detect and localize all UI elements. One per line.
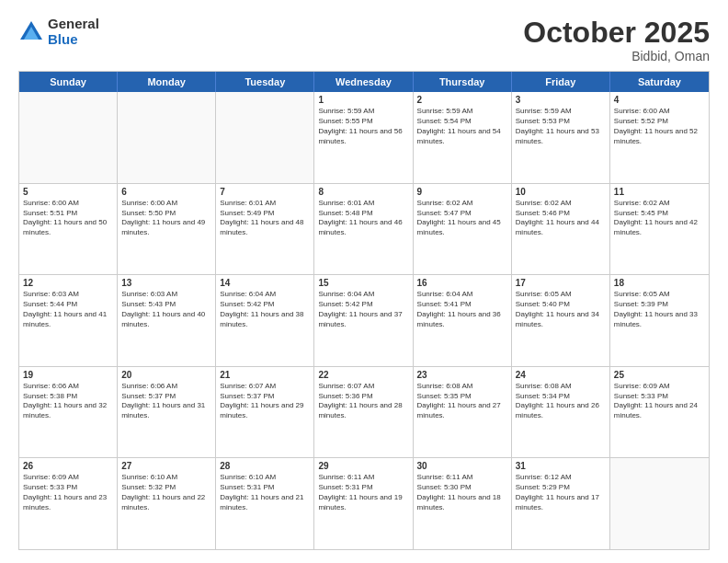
cell-info: Sunrise: 6:04 AM Sunset: 5:42 PM Dayligh… xyxy=(318,290,408,329)
calendar-header-row: SundayMondayTuesdayWednesdayThursdayFrid… xyxy=(19,72,709,92)
day-number: 29 xyxy=(318,461,408,471)
day-number: 16 xyxy=(417,278,507,288)
cell-info: Sunrise: 6:08 AM Sunset: 5:34 PM Dayligh… xyxy=(516,382,606,421)
calendar-week-5: 26Sunrise: 6:09 AM Sunset: 5:33 PM Dayli… xyxy=(19,458,709,549)
cell-info: Sunrise: 6:03 AM Sunset: 5:43 PM Dayligh… xyxy=(121,290,211,329)
day-number: 27 xyxy=(121,461,211,471)
cell-info: Sunrise: 6:02 AM Sunset: 5:47 PM Dayligh… xyxy=(417,199,507,238)
location-subtitle: Bidbid, Oman xyxy=(523,49,710,63)
day-header-tuesday: Tuesday xyxy=(216,72,314,92)
day-number: 9 xyxy=(417,187,507,197)
day-number: 13 xyxy=(121,278,211,288)
calendar-cell: 21Sunrise: 6:07 AM Sunset: 5:37 PM Dayli… xyxy=(216,367,314,458)
calendar-cell xyxy=(19,92,118,183)
header: General Blue October 2025 Bidbid, Oman xyxy=(18,17,710,63)
calendar-body: 1Sunrise: 5:59 AM Sunset: 5:55 PM Daylig… xyxy=(19,92,709,549)
calendar-cell: 15Sunrise: 6:04 AM Sunset: 5:42 PM Dayli… xyxy=(314,275,413,366)
calendar-cell: 14Sunrise: 6:04 AM Sunset: 5:42 PM Dayli… xyxy=(216,275,314,366)
cell-info: Sunrise: 6:03 AM Sunset: 5:44 PM Dayligh… xyxy=(23,290,113,329)
cell-info: Sunrise: 6:00 AM Sunset: 5:52 PM Dayligh… xyxy=(614,107,705,146)
cell-info: Sunrise: 6:10 AM Sunset: 5:31 PM Dayligh… xyxy=(220,473,310,512)
calendar-cell: 31Sunrise: 6:12 AM Sunset: 5:29 PM Dayli… xyxy=(512,458,610,549)
day-number: 14 xyxy=(220,278,310,288)
calendar-cell: 24Sunrise: 6:08 AM Sunset: 5:34 PM Dayli… xyxy=(512,367,610,458)
day-header-sunday: Sunday xyxy=(19,72,118,92)
cell-info: Sunrise: 6:07 AM Sunset: 5:36 PM Dayligh… xyxy=(318,382,408,421)
calendar-cell: 26Sunrise: 6:09 AM Sunset: 5:33 PM Dayli… xyxy=(19,458,118,549)
cell-info: Sunrise: 6:08 AM Sunset: 5:35 PM Dayligh… xyxy=(417,382,507,421)
day-header-wednesday: Wednesday xyxy=(314,72,413,92)
cell-info: Sunrise: 6:01 AM Sunset: 5:49 PM Dayligh… xyxy=(220,199,310,238)
cell-info: Sunrise: 6:01 AM Sunset: 5:48 PM Dayligh… xyxy=(318,199,408,238)
day-header-friday: Friday xyxy=(512,72,610,92)
day-number: 5 xyxy=(23,187,113,197)
calendar-cell: 30Sunrise: 6:11 AM Sunset: 5:30 PM Dayli… xyxy=(414,458,512,549)
cell-info: Sunrise: 6:09 AM Sunset: 5:33 PM Dayligh… xyxy=(614,382,705,421)
calendar-week-2: 5Sunrise: 6:00 AM Sunset: 5:51 PM Daylig… xyxy=(19,184,709,276)
calendar-cell xyxy=(610,458,709,549)
day-number: 11 xyxy=(614,187,705,197)
logo-general: General xyxy=(48,17,99,32)
calendar-cell: 19Sunrise: 6:06 AM Sunset: 5:38 PM Dayli… xyxy=(19,367,118,458)
cell-info: Sunrise: 6:11 AM Sunset: 5:31 PM Dayligh… xyxy=(318,473,408,512)
month-title: October 2025 xyxy=(523,17,710,49)
day-number: 30 xyxy=(417,461,507,471)
calendar-cell: 20Sunrise: 6:06 AM Sunset: 5:37 PM Dayli… xyxy=(118,367,216,458)
calendar-cell: 4Sunrise: 6:00 AM Sunset: 5:52 PM Daylig… xyxy=(610,92,709,183)
day-number: 22 xyxy=(318,370,408,380)
cell-info: Sunrise: 6:05 AM Sunset: 5:40 PM Dayligh… xyxy=(516,290,606,329)
calendar-cell: 16Sunrise: 6:04 AM Sunset: 5:41 PM Dayli… xyxy=(414,275,512,366)
day-header-saturday: Saturday xyxy=(610,72,709,92)
title-block: October 2025 Bidbid, Oman xyxy=(523,17,710,63)
logo-icon xyxy=(18,19,44,45)
day-number: 7 xyxy=(220,187,310,197)
cell-info: Sunrise: 6:12 AM Sunset: 5:29 PM Dayligh… xyxy=(516,473,606,512)
cell-info: Sunrise: 6:06 AM Sunset: 5:37 PM Dayligh… xyxy=(121,382,211,421)
calendar-cell: 3Sunrise: 5:59 AM Sunset: 5:53 PM Daylig… xyxy=(512,92,610,183)
cell-info: Sunrise: 6:05 AM Sunset: 5:39 PM Dayligh… xyxy=(614,290,705,329)
day-number: 18 xyxy=(614,278,705,288)
day-number: 6 xyxy=(121,187,211,197)
day-header-monday: Monday xyxy=(118,72,216,92)
cell-info: Sunrise: 6:09 AM Sunset: 5:33 PM Dayligh… xyxy=(23,473,113,512)
day-number: 26 xyxy=(23,461,113,471)
calendar-cell: 28Sunrise: 6:10 AM Sunset: 5:31 PM Dayli… xyxy=(216,458,314,549)
day-number: 10 xyxy=(516,187,606,197)
calendar-cell: 10Sunrise: 6:02 AM Sunset: 5:46 PM Dayli… xyxy=(512,184,610,275)
calendar-cell: 25Sunrise: 6:09 AM Sunset: 5:33 PM Dayli… xyxy=(610,367,709,458)
calendar-cell: 12Sunrise: 6:03 AM Sunset: 5:44 PM Dayli… xyxy=(19,275,118,366)
calendar-cell: 13Sunrise: 6:03 AM Sunset: 5:43 PM Dayli… xyxy=(118,275,216,366)
day-number: 24 xyxy=(516,370,606,380)
day-header-thursday: Thursday xyxy=(414,72,512,92)
cell-info: Sunrise: 6:04 AM Sunset: 5:42 PM Dayligh… xyxy=(220,290,310,329)
calendar-cell: 7Sunrise: 6:01 AM Sunset: 5:49 PM Daylig… xyxy=(216,184,314,275)
calendar-cell: 11Sunrise: 6:02 AM Sunset: 5:45 PM Dayli… xyxy=(610,184,709,275)
calendar-cell: 5Sunrise: 6:00 AM Sunset: 5:51 PM Daylig… xyxy=(19,184,118,275)
day-number: 31 xyxy=(516,461,606,471)
calendar-cell xyxy=(118,92,216,183)
cell-info: Sunrise: 5:59 AM Sunset: 5:54 PM Dayligh… xyxy=(417,107,507,146)
page: General Blue October 2025 Bidbid, Oman S… xyxy=(0,0,728,563)
calendar-week-4: 19Sunrise: 6:06 AM Sunset: 5:38 PM Dayli… xyxy=(19,367,709,459)
day-number: 3 xyxy=(516,95,606,105)
calendar-cell: 9Sunrise: 6:02 AM Sunset: 5:47 PM Daylig… xyxy=(414,184,512,275)
logo-blue: Blue xyxy=(48,32,99,48)
day-number: 20 xyxy=(121,370,211,380)
calendar: SundayMondayTuesdayWednesdayThursdayFrid… xyxy=(18,71,710,550)
calendar-cell xyxy=(216,92,314,183)
logo: General Blue xyxy=(18,17,99,47)
cell-info: Sunrise: 5:59 AM Sunset: 5:55 PM Dayligh… xyxy=(318,107,408,146)
calendar-cell: 18Sunrise: 6:05 AM Sunset: 5:39 PM Dayli… xyxy=(610,275,709,366)
calendar-cell: 6Sunrise: 6:00 AM Sunset: 5:50 PM Daylig… xyxy=(118,184,216,275)
calendar-week-1: 1Sunrise: 5:59 AM Sunset: 5:55 PM Daylig… xyxy=(19,92,709,184)
cell-info: Sunrise: 6:07 AM Sunset: 5:37 PM Dayligh… xyxy=(220,382,310,421)
calendar-cell: 29Sunrise: 6:11 AM Sunset: 5:31 PM Dayli… xyxy=(314,458,413,549)
cell-info: Sunrise: 6:00 AM Sunset: 5:51 PM Dayligh… xyxy=(23,199,113,238)
day-number: 12 xyxy=(23,278,113,288)
day-number: 19 xyxy=(23,370,113,380)
day-number: 2 xyxy=(417,95,507,105)
day-number: 21 xyxy=(220,370,310,380)
cell-info: Sunrise: 6:02 AM Sunset: 5:46 PM Dayligh… xyxy=(516,199,606,238)
calendar-cell: 17Sunrise: 6:05 AM Sunset: 5:40 PM Dayli… xyxy=(512,275,610,366)
calendar-cell: 1Sunrise: 5:59 AM Sunset: 5:55 PM Daylig… xyxy=(314,92,413,183)
